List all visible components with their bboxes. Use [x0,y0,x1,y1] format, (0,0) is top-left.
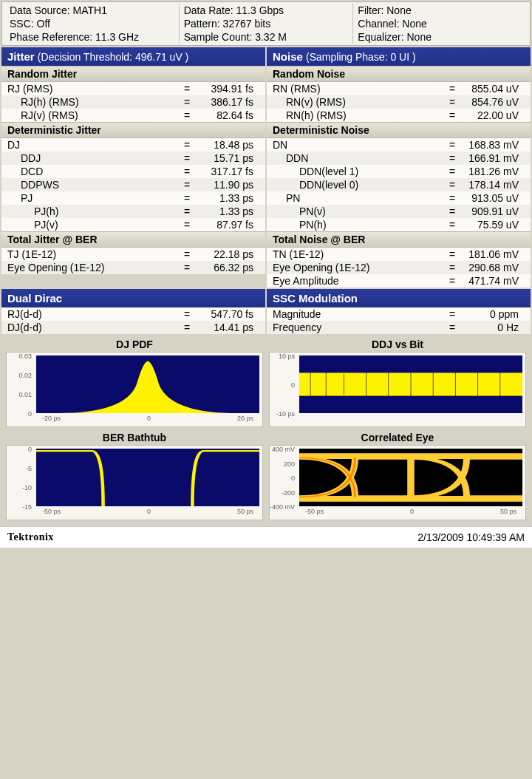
metric-label: DDN(level 1) [273,166,445,177]
table-row: DN=168.83 mV [267,138,531,152]
equals-sign: = [445,83,460,95]
metric-label: PN(v) [273,205,445,217]
total-noise-header: Total Noise @ BER [267,231,531,248]
table-row: RJ(h) (RMS)=386.17 fs [1,95,265,109]
metric-value: 18.48 ps [194,139,259,151]
metric-label: PJ [7,192,180,204]
equals-sign: = [180,179,194,191]
equals-sign: = [180,262,194,273]
metric-value: 87.97 fs [194,219,259,231]
table-row: PJ=1.33 ps [1,191,265,205]
value: 32767 bits [223,18,271,30]
table-row: RJ (RMS)=394.91 fs [1,82,265,95]
equals-sign: = [445,248,460,260]
equals-sign: = [180,308,194,320]
metric-label: RJ(d-d) [7,308,180,320]
table-row: RN (RMS)=855.04 uV [267,82,531,95]
metric-value: 471.74 mV [460,275,525,287]
metric-value: 11.90 ps [194,179,259,191]
metric-value: 181.26 mV [460,166,525,177]
metric-label: DN [273,139,445,151]
metric-label: RJ (RMS) [7,83,180,95]
metric-value: 178.14 mV [460,179,525,191]
equals-sign: = [180,83,194,95]
random-noise-header: Random Noise [267,66,531,82]
ssc-modulation-header: SSC Modulation [267,289,531,307]
metric-label: PN(h) [273,219,445,231]
metric-value: 909.91 uV [460,205,525,217]
table-row: Eye Opening (1E-12)=66.32 ps [1,261,265,274]
metric-label: Eye Opening (1E-12) [273,262,445,273]
metric-value: 317.17 fs [194,166,259,177]
table-row: Magnitude=0 ppm [267,307,531,321]
metric-value: 0 ppm [460,308,525,320]
value: None [407,31,432,43]
table-row: PN=913.05 uV [267,191,531,205]
metric-value: 0 Hz [460,322,525,333]
metric-value: 15.71 ps [194,152,259,164]
metric-value: 547.70 fs [194,308,259,320]
table-row: Eye Opening (1E-12)=290.68 mV [267,261,531,274]
equals-sign: = [445,179,460,191]
metric-label: TJ (1E-12) [7,248,180,260]
equals-sign: = [445,262,460,273]
metric-label: Eye Amplitude [273,275,445,287]
metric-label: DJ [7,139,180,151]
table-row: PN(v)=909.91 uV [267,205,531,218]
table-row: TJ (1E-12)=22.18 ps [1,248,265,261]
equals-sign: = [445,109,460,121]
metric-value: 22.18 ps [194,248,259,260]
metric-value: 855.04 uV [460,83,525,95]
table-row: DDJ=15.71 ps [1,152,265,165]
equals-sign: = [445,308,460,320]
table-row: Frequency=0 Hz [267,321,531,334]
table-row: DJ(d-d)=14.41 ps [1,321,265,334]
chart-djpdf: 0.030.020.010 -20 ps020 ps [6,352,263,427]
metric-label: DDJ [7,152,180,164]
metric-value: 386.17 fs [194,96,259,108]
metric-label: RN(h) (RMS) [273,109,445,121]
table-row: DCD=317.17 fs [1,165,265,178]
table-row: DDPWS=11.90 ps [1,178,265,191]
equals-sign: = [445,275,460,287]
chart-title-eye: Correlated Eye [269,430,526,445]
metric-label: RN(v) (RMS) [273,96,445,108]
chart-title-bathtub: BER Bathtub [6,430,263,445]
metric-value: 168.83 mV [460,139,525,151]
metric-label: RN (RMS) [273,83,445,95]
equals-sign: = [180,109,194,121]
equals-sign: = [445,192,460,204]
value: 3.32 M [255,31,287,43]
table-row: RJ(d-d)=547.70 fs [1,307,265,321]
equals-sign: = [180,322,194,333]
label: SSC: [10,18,34,30]
brand-logo: Tektronix [7,531,54,543]
metric-value: 14.41 ps [194,322,259,333]
table-row: DJ=18.48 ps [1,138,265,152]
metric-label: DDPWS [7,179,180,191]
table-row: PJ(h)=1.33 ps [1,205,265,218]
value: None [402,18,426,30]
chart-eye: 400 mV2000-200-400 mV -50 ps050 ps [269,445,526,520]
equals-sign: = [180,96,194,108]
table-row: RN(h) (RMS)=22.00 uV [267,109,531,122]
table-row: TN (1E-12)=181.06 mV [267,248,531,261]
metric-value: 913.05 uV [460,192,525,204]
metric-label: PJ(h) [7,205,180,217]
equals-sign: = [445,322,460,333]
metric-value: 854.76 uV [460,96,525,108]
equals-sign: = [445,166,460,177]
equals-sign: = [180,139,194,151]
equals-sign: = [180,192,194,204]
deterministic-noise-header: Deterministic Noise [267,122,531,138]
chart-ddj: 10 ps0-10 ps [269,352,526,427]
noise-header: Noise (Sampling Phase: 0 UI ) [267,47,531,66]
metric-value: 1.33 ps [194,192,259,204]
metric-label: TN (1E-12) [273,248,445,260]
metric-label: Frequency [273,322,445,333]
table-row: RN(v) (RMS)=854.76 uV [267,95,531,109]
chart-bathtub: 0-5-10-15 -50 ps050 ps [6,445,263,520]
table-row: DDN(level 0)=178.14 mV [267,178,531,191]
metric-label: PN [273,192,445,204]
equals-sign: = [445,205,460,217]
